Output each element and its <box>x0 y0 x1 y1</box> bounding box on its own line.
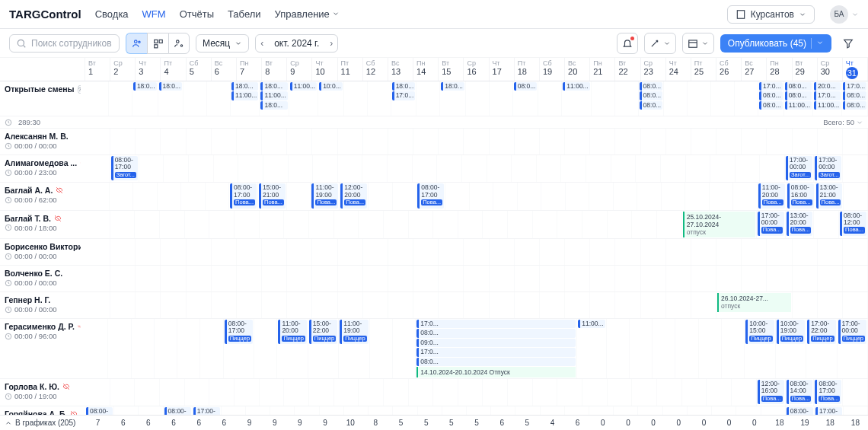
shift-block[interactable]: 08:0... <box>843 91 866 100</box>
calendar-cell[interactable]: 08:00-17:00Загот... <box>110 155 139 182</box>
calendar-cell[interactable] <box>722 319 745 378</box>
day-column[interactable]: Пн7 <box>237 58 262 81</box>
calendar-cell[interactable] <box>699 319 722 378</box>
calendar-cell[interactable] <box>187 292 212 318</box>
calendar-cell[interactable] <box>760 155 785 182</box>
calendar-cell[interactable] <box>641 129 666 154</box>
calendar-cell[interactable] <box>716 239 742 265</box>
calendar-cell[interactable] <box>368 81 391 116</box>
calendar-cell[interactable]: 17:00-22:00Пиццер <box>806 319 837 378</box>
shift-block[interactable]: 08:0... <box>640 91 663 100</box>
calendar-cell[interactable] <box>413 266 439 291</box>
calendar-cell[interactable] <box>711 81 735 116</box>
calendar-cell[interactable] <box>466 81 490 116</box>
calendar-cell[interactable] <box>287 239 312 265</box>
calendar-cell[interactable] <box>437 155 462 182</box>
calendar-cell[interactable] <box>675 319 698 378</box>
calendar-cell[interactable] <box>508 379 533 406</box>
calendar-cell[interactable] <box>161 239 186 265</box>
calendar-cell[interactable] <box>133 183 158 209</box>
calendar-cell[interactable]: 13:00-20:00Пова... <box>786 211 815 239</box>
employee-name[interactable]: Волченко Е. С. <box>5 269 81 278</box>
shift-block[interactable]: 13:00-20:00Пова... <box>787 212 813 236</box>
calendar-cell[interactable] <box>136 292 161 318</box>
day-column[interactable]: Пт25 <box>691 58 716 81</box>
shift-block[interactable]: 12:00-20:00Пова... <box>340 183 367 208</box>
calendar-cell[interactable] <box>487 155 512 182</box>
calendar-cell[interactable] <box>793 239 818 265</box>
calendar-cell[interactable] <box>458 211 483 239</box>
calendar-cell[interactable] <box>541 183 566 209</box>
shift-block[interactable]: 08:00-16:00Пова... <box>787 183 814 208</box>
view-employees-button[interactable] <box>126 33 147 54</box>
calendar-cell[interactable] <box>565 129 590 154</box>
shift-block[interactable]: 08:0... <box>416 358 576 366</box>
calendar-cell[interactable] <box>369 183 393 209</box>
calendar-cell[interactable] <box>393 183 417 209</box>
calendar-cell[interactable]: 12:00-20:00Пова... <box>340 183 369 209</box>
calendar-cell[interactable] <box>686 155 711 182</box>
view-positions-button[interactable] <box>147 33 168 54</box>
employee-name[interactable]: Баглай А. А. <box>5 186 81 195</box>
calendar-cell[interactable] <box>85 129 110 154</box>
shift-block[interactable]: 08:00-17:00Пова... <box>815 380 841 404</box>
calendar-cell[interactable] <box>388 292 413 318</box>
calendar-cell[interactable] <box>470 183 494 209</box>
calendar-cell[interactable] <box>464 266 489 291</box>
calendar-cell[interactable] <box>464 129 489 154</box>
day-column[interactable]: Сб5 <box>187 58 212 81</box>
calendar-cell[interactable] <box>110 379 136 406</box>
calendar-cell[interactable] <box>363 266 388 291</box>
calendar-cell[interactable] <box>716 266 742 291</box>
calendar-cell[interactable] <box>590 292 615 318</box>
notifications-button[interactable] <box>617 33 638 54</box>
shift-block[interactable]: 08:00-14:00Пова... <box>787 380 813 404</box>
calendar-cell[interactable]: 18:0... <box>158 81 184 116</box>
avatar[interactable]: БА <box>830 5 848 24</box>
shift-block[interactable]: 10:00-15:00Пиццер <box>745 320 774 344</box>
calendar-cell[interactable] <box>262 266 287 291</box>
calendar-cell[interactable] <box>388 266 413 291</box>
calendar-cell[interactable] <box>653 319 675 378</box>
calendar-cell[interactable] <box>312 292 337 318</box>
shift-block[interactable]: 18:0... <box>231 82 258 91</box>
calendar-cell[interactable] <box>109 81 132 116</box>
calendar-cell[interactable] <box>158 183 182 209</box>
calendar-cell[interactable] <box>611 155 637 182</box>
calendar-cell[interactable] <box>139 155 164 182</box>
day-column[interactable]: Ср30 <box>818 58 843 81</box>
calendar-cell[interactable] <box>508 211 533 239</box>
day-column[interactable]: Ср2 <box>110 58 136 81</box>
calendar-cell[interactable] <box>289 155 314 182</box>
calendar-cell[interactable] <box>263 155 289 182</box>
current-period[interactable]: окт. 2024 г. <box>268 35 325 52</box>
calendar-cell[interactable] <box>388 129 413 154</box>
calendar-cell[interactable] <box>561 155 586 182</box>
calendar-cell[interactable] <box>338 239 363 265</box>
calendar-cell[interactable] <box>590 266 615 291</box>
shift-block[interactable]: 17:00-22:00Пиццер <box>807 320 835 344</box>
calendar-cell[interactable] <box>110 266 136 291</box>
shift-block[interactable]: 12:00-16:00Пова... <box>758 380 784 404</box>
calendar-cell[interactable] <box>409 211 434 239</box>
calendar-cell[interactable]: 12:00-16:00Пова... <box>757 379 786 406</box>
shift-block[interactable]: 09:0... <box>416 339 576 347</box>
calendar-cell[interactable] <box>445 183 470 209</box>
help-icon[interactable]: ? <box>78 85 81 94</box>
footer-label[interactable]: В графиках (205) <box>0 416 85 430</box>
calendar-cell[interactable] <box>793 292 818 318</box>
calendar-cell[interactable] <box>183 81 207 116</box>
day-column[interactable]: Вт15 <box>439 58 464 81</box>
shift-block[interactable]: 17:00-00:00Пова... <box>758 212 784 236</box>
calendar-cell[interactable] <box>641 266 666 291</box>
day-column[interactable]: Вт8 <box>262 58 287 81</box>
calendar-cell[interactable] <box>666 239 691 265</box>
calendar-cell[interactable] <box>710 155 736 182</box>
nav-reports[interactable]: Отчёты <box>180 8 214 20</box>
nav-timesheets[interactable]: Табели <box>228 8 261 20</box>
calendar-cell[interactable]: 08:00-17:00Пова... <box>814 379 843 406</box>
calendar-cell[interactable] <box>566 183 590 209</box>
shift-block[interactable]: 18:0... <box>392 82 416 91</box>
calendar-cell[interactable]: 17:00-00:00Пиццер <box>838 319 868 378</box>
calendar-cell[interactable] <box>615 129 640 154</box>
